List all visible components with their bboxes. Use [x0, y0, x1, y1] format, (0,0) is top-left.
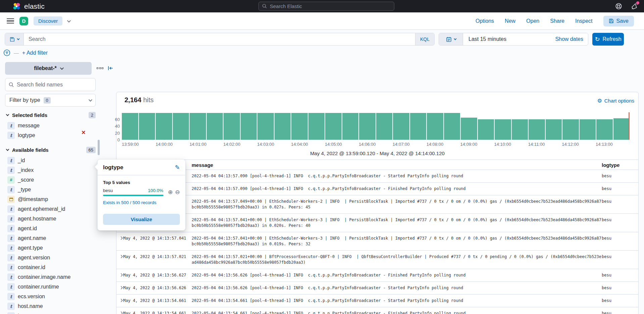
filter-bar: — + Add filter — [3, 49, 48, 56]
breadcrumb[interactable]: Discover — [34, 16, 62, 25]
menu-icon[interactable] — [7, 18, 14, 23]
query-input[interactable] — [24, 33, 415, 45]
field-item-container.image.name[interactable]: tcontainer.image.name — [5, 272, 96, 282]
cell-message: 2022-05-04 04:13:57.090 [pool-4-thread-1… — [192, 186, 602, 192]
selected-fields-header[interactable]: Selected fields 2 — [5, 111, 96, 119]
chevron-down-icon[interactable] — [67, 18, 71, 22]
y-axis-tick: 0 — [110, 137, 120, 142]
field-item-ecs.version[interactable]: tecs.version — [5, 292, 96, 301]
field-item-agent.version[interactable]: tagent.version — [5, 253, 96, 262]
selected-fields-count: 2 — [89, 112, 96, 118]
edit-field-icon[interactable]: ✎ — [175, 164, 180, 171]
global-search[interactable] — [258, 2, 394, 11]
expand-row-icon[interactable] — [119, 237, 123, 240]
space-avatar[interactable]: D — [19, 17, 28, 25]
expand-row-icon[interactable] — [119, 273, 123, 277]
field-item-agent.ephemeral_id[interactable]: tagent.ephemeral_id — [5, 204, 96, 214]
table-row: May 4, 2022 @ 14:13:54.6612022-05-04 04:… — [116, 295, 638, 307]
field-item-container.id[interactable]: tcontainer.id — [5, 262, 96, 272]
chevron-down-icon — [60, 66, 64, 70]
expand-row-icon[interactable] — [119, 312, 123, 314]
field-item-agent.name[interactable]: tagent.name — [5, 233, 96, 243]
column-header-message[interactable]: message — [192, 162, 213, 168]
toolbar-link-open[interactable]: Open — [526, 18, 539, 24]
cell-logtype: besu — [602, 173, 611, 179]
field-search-input[interactable] — [17, 82, 92, 88]
field-item-agent.hostname[interactable]: tagent.hostname — [5, 214, 96, 224]
refresh-button[interactable]: ↻ Refresh — [592, 33, 624, 46]
table-row: 2022-05-04 04:13:57.090 [pool-4-thread-1… — [116, 170, 638, 183]
newsfeed-icon[interactable] — [631, 3, 638, 10]
field-item-agent.type[interactable]: tagent.type — [5, 243, 96, 253]
elastic-logo[interactable]: elastic — [13, 2, 45, 10]
text-field-icon: t — [7, 167, 15, 174]
toolbar-link-share[interactable]: Share — [550, 18, 564, 24]
field-item-container.runtime[interactable]: tcontainer.runtime — [5, 282, 96, 292]
available-fields-list: t_idt_index#_scoret_type@timestamptagent… — [5, 155, 96, 314]
field-item-host.name[interactable]: thost.name — [5, 301, 96, 311]
field-item-agent.id[interactable]: tagent.id — [5, 224, 96, 233]
field-item-@timestamp[interactable]: @timestamp — [5, 194, 96, 204]
collapse-sidebar-icon[interactable] — [107, 65, 114, 71]
filter-for-value-icon[interactable]: ⊕ — [168, 189, 173, 196]
sidebar-scrollbar[interactable] — [98, 140, 100, 155]
x-axis-tick: 14:06:00 — [359, 142, 376, 147]
filter-by-type-button[interactable]: Filter by type 0 — [5, 94, 96, 107]
text-field-icon: t — [7, 225, 15, 232]
selected-fields-label: Selected fields — [12, 112, 47, 118]
field-item-_index[interactable]: t_index — [5, 165, 96, 175]
x-axis-tick: 14:13:00 — [596, 142, 613, 147]
field-item-_score[interactable]: #_score — [5, 175, 96, 185]
field-name: agent.id — [18, 226, 37, 232]
value-progress-bar — [103, 195, 163, 196]
text-field-icon: t — [7, 254, 15, 261]
visualize-button[interactable]: Visualize — [103, 214, 180, 225]
index-pattern-select[interactable]: filebeat-* — [5, 62, 92, 75]
field-name: agent.version — [18, 255, 50, 261]
exists-in-records-link[interactable]: Exists in 500 / 500 records — [103, 200, 180, 205]
field-item-_type[interactable]: t_type — [5, 185, 96, 194]
saved-query-menu-button[interactable] — [5, 33, 24, 45]
toolbar-link-inspect[interactable]: Inspect — [575, 18, 593, 24]
text-field-icon: t — [7, 132, 15, 139]
top-value-row: besu 100.0% ⊕ ⊖ — [103, 188, 180, 196]
save-button[interactable]: Save — [603, 16, 634, 26]
help-icon[interactable] — [615, 3, 622, 10]
workarea: KQL Last 15 minutes Show dates ↻ Refresh — [0, 30, 644, 314]
text-field-icon: t — [7, 283, 15, 291]
field-name: agent.name — [18, 235, 46, 241]
x-axis-tick: 14:10:00 — [494, 142, 511, 147]
expand-row-icon[interactable] — [119, 286, 123, 290]
cell-message: 2022-05-04 04:13:57.021+00:00 | BftProce… — [192, 254, 602, 265]
kql-toggle[interactable]: KQL — [415, 33, 434, 45]
column-header-logtype[interactable]: logtype — [602, 162, 620, 168]
cell-time: May 4, 2022 @ 14:13:56.626 — [123, 285, 190, 291]
chart-time-caption: May 4, 2022 @ 13:59:00.120 - May 4, 2022… — [116, 150, 638, 156]
remove-field-icon[interactable]: × — [82, 128, 641, 137]
date-quick-menu-button[interactable] — [439, 33, 463, 45]
toolbar-link-new[interactable]: New — [505, 18, 515, 24]
chart-options-button[interactable]: ⚙ Chart options — [597, 98, 634, 104]
filter-out-value-icon[interactable]: ⊖ — [175, 189, 180, 196]
expand-row-icon[interactable] — [119, 299, 123, 302]
filter-by-type-count: 0 — [44, 97, 51, 104]
field-item-_id[interactable]: t_id — [5, 155, 96, 165]
text-field-icon: t — [7, 312, 15, 314]
search-icon — [9, 82, 14, 87]
show-dates-button[interactable]: Show dates — [550, 33, 588, 45]
field-name: agent.hostname — [18, 216, 56, 222]
cell-logtype: besu — [602, 272, 611, 278]
text-field-icon: t — [7, 235, 15, 242]
field-name: message — [18, 123, 40, 129]
available-fields-header[interactable]: Available fields 65 — [5, 146, 96, 153]
time-range-value[interactable]: Last 15 minutes — [463, 33, 550, 45]
expand-row-icon[interactable] — [119, 255, 123, 258]
field-item-input.type[interactable]: tinput.type — [5, 311, 96, 314]
index-options-icon[interactable] — [97, 67, 103, 69]
documents-table: 2022-05-04 04:13:57.090 [pool-4-thread-1… — [116, 170, 638, 314]
add-filter-button[interactable]: + Add filter — [22, 50, 48, 56]
field-name: container.id — [18, 264, 45, 270]
toolbar-link-options[interactable]: Options — [476, 18, 494, 24]
filter-icon[interactable] — [3, 49, 10, 56]
global-search-input[interactable] — [270, 3, 391, 9]
